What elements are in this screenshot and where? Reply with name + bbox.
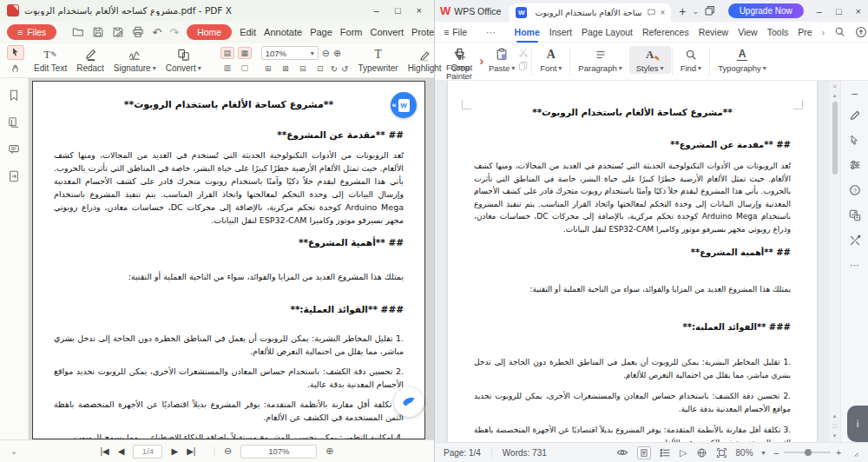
tab-form[interactable]: Form <box>340 27 363 37</box>
copy-icon[interactable] <box>518 61 529 71</box>
tab-close-icon[interactable]: × <box>661 8 666 17</box>
more-menu-icon[interactable]: ⋯ <box>486 27 496 37</box>
zoom-level-label[interactable]: 80% <box>736 448 753 458</box>
fit-width-button[interactable]: ⊞ <box>261 63 275 75</box>
eye-protect-icon[interactable] <box>616 446 628 459</box>
pdf-page[interactable]: **مشروع كساحة الألغام باستخدام الروبوت**… <box>32 81 425 439</box>
maximize-button[interactable]: □ <box>836 6 842 16</box>
styles-button[interactable]: A Styles▾ <box>629 46 671 74</box>
language-globe-icon[interactable] <box>696 447 707 459</box>
select-tool-button[interactable] <box>7 45 24 60</box>
view-single-page-button[interactable]: ▤ <box>220 47 234 59</box>
redact-button[interactable]: Redact <box>76 48 104 73</box>
minimize-button[interactable]: – <box>817 6 822 16</box>
zoom-in-button[interactable]: ⊕ <box>333 48 341 59</box>
tab-page[interactable]: Page <box>310 27 332 37</box>
more-tools-icon[interactable]: ⋯ <box>850 260 859 271</box>
zoom-out-button[interactable]: – <box>774 448 779 458</box>
tab-annotate[interactable]: Annotate <box>264 27 302 37</box>
zoom-in-button[interactable]: + <box>836 448 841 458</box>
page-select-icon[interactable]: □ <box>832 423 836 429</box>
prev-page-icon[interactable]: ▴ <box>833 412 837 419</box>
typography-button[interactable]: A Typography▾ <box>711 46 773 74</box>
wps-document-area[interactable]: **مشروع كساحة الألغام باستخدام الروبوت**… <box>435 81 829 442</box>
select-cursor-icon[interactable] <box>849 135 860 146</box>
fit-page-button[interactable]: ⊠ <box>279 63 293 75</box>
writer-page[interactable]: **مشروع كساحة الألغام باستخدام الروبوت**… <box>448 81 817 442</box>
play-slideshow-icon[interactable]: ▷ <box>680 447 687 459</box>
minimize-button[interactable]: – <box>374 5 379 16</box>
expand-toolbar-icon[interactable]: › <box>479 53 483 68</box>
highlight-button[interactable]: Highlight <box>408 48 442 73</box>
last-page-button[interactable]: ▶| <box>187 446 195 456</box>
upgrade-now-button[interactable]: Upgrade Now <box>728 3 804 18</box>
thumbnails-panel-icon[interactable] <box>8 116 20 129</box>
paste-button[interactable]: Paste▾ <box>482 46 522 74</box>
wps-logo[interactable]: W WPS Office <box>440 4 510 17</box>
tab-page-layout[interactable]: Page Layout <box>582 27 633 37</box>
comments-panel-icon[interactable] <box>8 143 20 155</box>
outline-view-icon[interactable] <box>660 447 671 459</box>
zoom-select[interactable]: 107%▾ <box>261 46 319 60</box>
next-page-button[interactable]: ▶ <box>171 446 178 456</box>
view-book-button[interactable]: ▢ <box>238 62 252 74</box>
font-button[interactable]: A Font▾ <box>533 46 569 74</box>
fit-screen-icon[interactable] <box>716 447 727 459</box>
fit-actual-button[interactable]: ⊡ <box>313 63 327 75</box>
resize-grip-icon[interactable] <box>850 448 859 458</box>
tab-home[interactable]: Home <box>515 27 540 37</box>
assistant-widget[interactable]: i <box>847 406 868 442</box>
zoom-out-button[interactable]: ⊖ <box>322 48 330 59</box>
undo-icon[interactable]: ↶ <box>152 26 161 39</box>
view-two-page-button[interactable]: ▥ <box>220 62 234 74</box>
first-page-button[interactable]: |◀ <box>100 446 108 456</box>
cut-icon[interactable] <box>518 48 529 58</box>
upload-cloud-icon[interactable] <box>855 26 867 38</box>
print-icon[interactable] <box>132 26 144 38</box>
redo-icon[interactable]: ↷ <box>169 26 179 39</box>
hide-panel-icon[interactable]: – <box>852 91 858 96</box>
scroll-up-icon[interactable]: ▴ <box>833 92 837 99</box>
settings-sliders-icon[interactable] <box>849 159 861 171</box>
print-layout-view-button[interactable] <box>637 446 651 459</box>
menu-overflow-chevron-icon[interactable]: › <box>822 27 825 37</box>
window-switch-icon[interactable] <box>704 5 715 16</box>
ai-assistant-bubble[interactable] <box>394 387 424 417</box>
crop-button[interactable]: Crop <box>451 48 470 73</box>
zoom-in-button[interactable]: ⊕ <box>326 446 333 457</box>
files-button[interactable]: ≡ Files <box>7 24 56 40</box>
signature-button[interactable]: Signature▾ <box>114 48 156 73</box>
view-continuous-button[interactable]: ▦ <box>238 47 252 59</box>
tab-review[interactable]: Review <box>699 27 728 37</box>
image-translate-icon[interactable]: A <box>849 209 861 221</box>
zoom-caret-icon[interactable]: ▾ <box>762 449 766 457</box>
tab-premium[interactable]: Pre <box>798 27 812 37</box>
document-tab[interactable]: W ساحة الألغام باستخدام الروبوت × <box>510 3 671 22</box>
paragraph-button[interactable]: Paragraph▾ <box>571 46 628 74</box>
prev-page-button[interactable]: ◀ <box>118 446 125 456</box>
rotate-left-button[interactable]: ↺ <box>341 64 348 74</box>
typewriter-button[interactable]: T Typewriter <box>358 48 398 73</box>
tab-comment-icon[interactable] <box>647 8 656 17</box>
pdfx-document-area[interactable]: **مشروع كساحة الألغام باستخدام الروبوت**… <box>29 78 434 439</box>
zoom-level-input[interactable]: 107% <box>240 445 317 459</box>
word-count-label[interactable]: Words: 731 <box>503 448 547 458</box>
bookmarks-panel-icon[interactable] <box>8 89 20 102</box>
convert-to-word-badge[interactable]: W <box>391 92 417 118</box>
convert-button[interactable]: Convert▾ <box>166 48 201 73</box>
search-icon[interactable] <box>834 26 845 37</box>
tab-convert[interactable]: Convert <box>371 27 404 37</box>
rotate-right-button[interactable]: ↻ <box>331 64 338 74</box>
tab-insert[interactable]: Insert <box>549 27 572 37</box>
help-icon[interactable]: ? <box>849 184 861 196</box>
edit-text-button[interactable]: T✎ Edit Text <box>34 48 67 73</box>
zoom-slider[interactable] <box>784 452 831 453</box>
find-button[interactable]: Find▾ <box>674 46 709 74</box>
tab-list-chevron-icon[interactable]: ⌄ <box>693 7 700 16</box>
edit-pen-icon[interactable] <box>849 109 861 122</box>
export-panel-icon[interactable] <box>8 170 20 182</box>
fix-tools-icon[interactable] <box>849 234 861 247</box>
close-button[interactable]: × <box>856 6 861 16</box>
sidebar-collapse-icon[interactable]: ⌄ <box>10 446 17 456</box>
zoom-out-button[interactable]: ⊖ <box>224 446 232 457</box>
